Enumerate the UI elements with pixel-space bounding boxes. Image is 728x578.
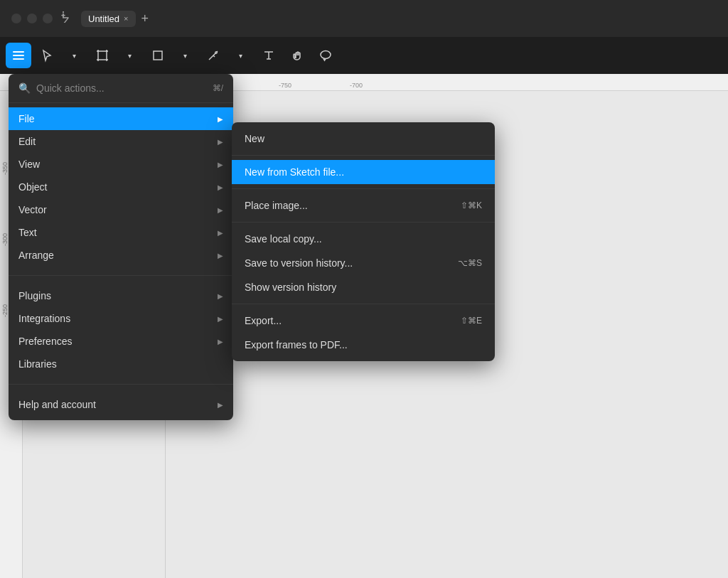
- menu-items-group3: Help and account ▶: [9, 389, 233, 420]
- comment-tool-button[interactable]: [313, 43, 338, 68]
- file-submenu: New New from Sketch file... Place image.…: [232, 122, 495, 361]
- traffic-lights: [11, 14, 53, 23]
- search-shortcut-hint: ⌘/: [213, 83, 223, 93]
- primary-menu: 🔍 ⌘/ File ▶ Edit ▶ View ▶ Object ▶ Vecto…: [9, 74, 233, 420]
- hamburger-icon: [13, 51, 24, 60]
- view-submenu-arrow-icon: ▶: [218, 161, 223, 168]
- file-submenu-item-place-image[interactable]: Place image... ⇧⌘K: [232, 193, 495, 218]
- titlebar: ᖭ Untitled × +: [0, 0, 728, 37]
- menu-item-preferences-label: Preferences: [18, 336, 218, 347]
- tab-add-button[interactable]: +: [141, 11, 149, 26]
- vector-submenu-arrow-icon: ▶: [218, 206, 223, 214]
- select-tool-chevron[interactable]: ▾: [61, 43, 87, 68]
- tab-close-icon[interactable]: ×: [124, 14, 128, 23]
- frame-tool-chevron[interactable]: ▾: [117, 43, 142, 68]
- file-submenu-divider-1: [232, 155, 495, 156]
- menu-item-file-label: File: [18, 113, 218, 124]
- file-place-image-label: Place image...: [245, 200, 461, 211]
- menu-item-vector[interactable]: Vector ▶: [9, 198, 233, 221]
- figma-icon: ᖭ: [61, 11, 70, 26]
- toolbar: ▾ ▾ ▾ ▾: [0, 37, 728, 74]
- file-submenu-divider-4: [232, 304, 495, 304]
- menu-item-integrations-label: Integrations: [18, 313, 218, 324]
- file-submenu-item-export[interactable]: Export... ⇧⌘E: [232, 309, 495, 333]
- object-submenu-arrow-icon: ▶: [218, 183, 223, 191]
- menu-item-preferences[interactable]: Preferences ▶: [9, 330, 233, 353]
- main-menu-button[interactable]: [6, 43, 31, 68]
- select-tool-button[interactable]: [34, 43, 60, 68]
- file-submenu-item-save-history[interactable]: Save to version history... ⌥⌘S: [232, 251, 495, 275]
- integrations-submenu-arrow-icon: ▶: [218, 315, 223, 323]
- menu-item-object-label: Object: [18, 181, 218, 193]
- menu-items-group2: Plugins ▶ Integrations ▶ Preferences ▶ L…: [9, 280, 233, 380]
- hand-tool-button[interactable]: [284, 43, 310, 68]
- menu-item-arrange[interactable]: Arrange ▶: [9, 244, 233, 267]
- file-place-image-shortcut: ⇧⌘K: [461, 200, 482, 210]
- file-export-pdf-label: Export frames to PDF...: [245, 339, 482, 350]
- file-new-sketch-label: New from Sketch file...: [245, 166, 482, 178]
- preferences-submenu-arrow-icon: ▶: [218, 338, 223, 346]
- file-submenu-item-show-history[interactable]: Show version history: [232, 275, 495, 299]
- help-submenu-arrow-icon: ▶: [218, 401, 223, 409]
- file-submenu-items: New New from Sketch file... Place image.…: [232, 122, 495, 361]
- file-save-local-label: Save local copy...: [245, 233, 482, 245]
- menu-item-text[interactable]: Text ▶: [9, 221, 233, 244]
- menu-divider-1: [9, 275, 233, 276]
- menu-item-view-label: View: [18, 159, 218, 170]
- file-save-history-label: Save to version history...: [245, 257, 458, 269]
- file-new-label: New: [245, 133, 482, 144]
- menu-item-edit-label: Edit: [18, 136, 218, 147]
- ruler-num-750: -750: [279, 74, 291, 91]
- menu-item-edit[interactable]: Edit ▶: [9, 130, 233, 153]
- tab-untitled[interactable]: Untitled ×: [81, 11, 136, 27]
- shape-tool-chevron[interactable]: ▾: [172, 43, 198, 68]
- pen-tool-chevron[interactable]: ▾: [228, 43, 253, 68]
- file-submenu-item-new[interactable]: New: [232, 127, 495, 151]
- text-submenu-arrow-icon: ▶: [218, 229, 223, 237]
- menu-item-help-label: Help and account: [18, 399, 218, 410]
- pen-tool-group: ▾: [200, 43, 253, 68]
- menu-item-help[interactable]: Help and account ▶: [9, 393, 233, 416]
- file-export-shortcut: ⇧⌘E: [461, 316, 482, 326]
- select-tool-group: ▾: [34, 43, 87, 68]
- ruler-vnum-300: -300: [1, 233, 9, 246]
- file-save-history-shortcut: ⌥⌘S: [458, 258, 482, 268]
- ruler-num-700: -700: [350, 74, 363, 91]
- svg-point-11: [321, 51, 331, 59]
- shape-tool-button[interactable]: [145, 43, 171, 68]
- menu-search-row: 🔍 ⌘/: [9, 74, 233, 103]
- menu-item-file[interactable]: File ▶: [9, 107, 233, 130]
- file-submenu-arrow-icon: ▶: [218, 115, 223, 123]
- file-submenu-divider-2: [232, 188, 495, 189]
- menu-items-group1: File ▶ Edit ▶ View ▶ Object ▶ Vector ▶ T…: [9, 103, 233, 271]
- menu-item-view[interactable]: View ▶: [9, 153, 233, 176]
- ruler-vnum-250: -250: [1, 304, 9, 317]
- file-submenu-divider-3: [232, 222, 495, 223]
- file-show-history-label: Show version history: [245, 282, 482, 293]
- menu-item-libraries-label: Libraries: [18, 358, 223, 370]
- menu-item-plugins[interactable]: Plugins ▶: [9, 284, 233, 307]
- text-tool-button[interactable]: [256, 43, 282, 68]
- file-export-label: Export...: [245, 315, 461, 326]
- svg-rect-0: [98, 51, 107, 60]
- menu-item-object[interactable]: Object ▶: [9, 176, 233, 198]
- ruler-vnum-350: -350: [1, 162, 9, 175]
- menu-item-plugins-label: Plugins: [18, 290, 218, 301]
- file-submenu-item-export-pdf[interactable]: Export frames to PDF...: [232, 333, 495, 357]
- pen-tool-button[interactable]: [200, 43, 226, 68]
- close-button[interactable]: [11, 14, 21, 23]
- arrange-submenu-arrow-icon: ▶: [218, 252, 223, 259]
- quick-actions-input[interactable]: [36, 82, 207, 94]
- tab-title: Untitled: [88, 14, 119, 24]
- minimize-button[interactable]: [27, 14, 37, 23]
- frame-tool-button[interactable]: [90, 43, 115, 68]
- file-submenu-item-new-sketch[interactable]: New from Sketch file...: [232, 160, 495, 184]
- menu-divider-2: [9, 384, 233, 385]
- file-submenu-item-save-local[interactable]: Save local copy...: [232, 227, 495, 251]
- maximize-button[interactable]: [43, 14, 53, 23]
- tab-bar: Untitled × +: [81, 11, 149, 27]
- menu-item-libraries[interactable]: Libraries: [9, 353, 233, 375]
- menu-item-text-label: Text: [18, 227, 218, 238]
- plugins-submenu-arrow-icon: ▶: [218, 292, 223, 300]
- menu-item-integrations[interactable]: Integrations ▶: [9, 307, 233, 330]
